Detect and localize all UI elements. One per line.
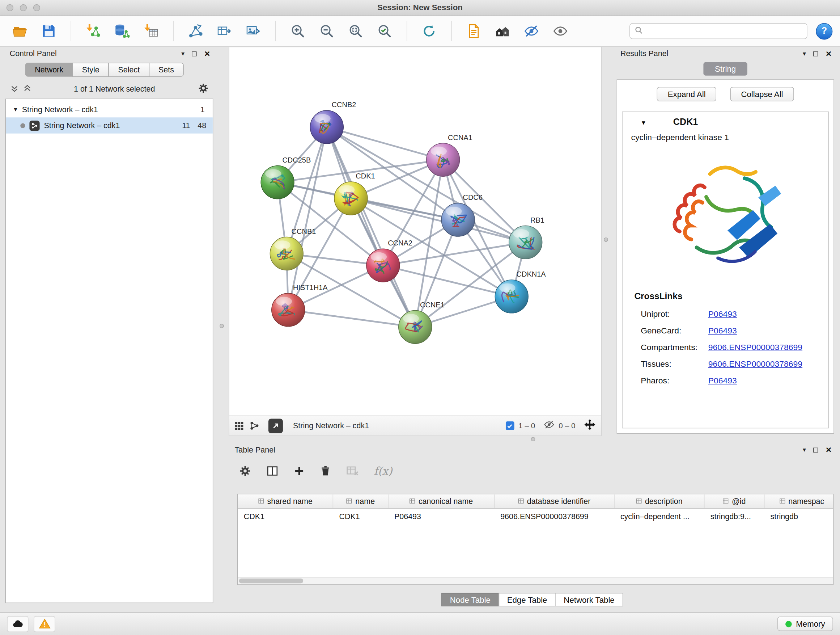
float-panel-icon[interactable]	[192, 51, 197, 56]
zoom-in-button[interactable]	[287, 20, 308, 42]
pan-tool-icon[interactable]	[584, 419, 596, 433]
network-row-selected[interactable]: String Network – cdk1 11 48	[6, 117, 213, 133]
import-network-file-button[interactable]	[83, 20, 103, 42]
network-edge[interactable]	[327, 127, 415, 327]
close-panel-icon[interactable]: ×	[204, 49, 210, 59]
hide-selected-button[interactable]	[521, 20, 542, 42]
home-view-button[interactable]	[493, 20, 513, 42]
network-node-CCNA1[interactable]: CCNA1	[426, 134, 472, 177]
crosslink-row: Tissues:9606.ENSP00000378699	[641, 356, 828, 372]
crosslink-value-link[interactable]: 9606.ENSP00000378699	[708, 359, 802, 369]
hidden-eye-icon[interactable]	[544, 419, 554, 432]
horizontal-scrollbar[interactable]	[238, 578, 833, 584]
collapse-panel-icon[interactable]: ▾	[803, 447, 806, 453]
show-columns-button[interactable]	[266, 464, 279, 477]
birdseye-view-icon[interactable]	[235, 421, 244, 430]
zoom-fit-button[interactable]	[346, 20, 366, 42]
selected-nodes-checkbox[interactable]	[506, 421, 515, 430]
network-node-CDC25B[interactable]: CDC25B	[261, 156, 311, 199]
node-label-CDC25B: CDC25B	[282, 156, 311, 164]
cloud-status-button[interactable]	[7, 616, 28, 632]
refresh-view-button[interactable]	[419, 20, 439, 42]
crosslink-value-link[interactable]: P06493	[708, 375, 737, 385]
tree-expander-icon[interactable]: ▾	[14, 106, 17, 113]
column-header-canonical-name[interactable]: canonical name	[388, 494, 494, 508]
import-table-file-button[interactable]	[141, 20, 161, 42]
network-node-HIST1H1A[interactable]: HIST1H1A	[272, 283, 328, 326]
table-settings-gear-button[interactable]	[239, 464, 251, 477]
search-input[interactable]	[646, 27, 802, 35]
search-box[interactable]	[630, 23, 807, 39]
crosslink-row: GeneCard:P06493	[641, 322, 828, 339]
column-header-database-identifier[interactable]: database identifier	[494, 494, 615, 508]
node-label-RB1: RB1	[531, 216, 545, 224]
delete-table-button-disabled[interactable]	[346, 464, 359, 477]
open-in-new-window-button[interactable]	[268, 418, 283, 433]
crosslink-value-link[interactable]: 9606.ENSP00000378699	[708, 342, 802, 352]
close-panel-icon[interactable]: ×	[826, 49, 832, 59]
open-session-button[interactable]	[10, 20, 30, 42]
collapse-all-networks-button[interactable]	[11, 84, 19, 93]
float-panel-icon[interactable]	[813, 51, 818, 56]
create-column-button[interactable]	[294, 465, 305, 477]
collapse-panel-icon[interactable]: ▾	[181, 50, 185, 57]
network-collection-row[interactable]: ▾ String Network – cdk1 1	[6, 101, 213, 117]
import-network-database-button[interactable]	[112, 20, 133, 42]
gene-entry-header[interactable]: ▾ CDK1	[622, 112, 829, 133]
toolbar-separator	[451, 21, 452, 41]
delete-column-button[interactable]	[320, 465, 331, 477]
network-node-CCNB1[interactable]: CCNB1	[270, 227, 316, 271]
node-label-CCNA1: CCNA1	[448, 134, 472, 141]
network-edge[interactable]	[327, 127, 443, 160]
export-image-button[interactable]	[243, 20, 264, 42]
network-edge[interactable]	[288, 127, 327, 310]
tab-string[interactable]: String	[704, 62, 747, 75]
warnings-button[interactable]	[34, 616, 55, 632]
memory-button[interactable]: Memory	[777, 616, 833, 631]
new-network-button[interactable]	[185, 20, 205, 42]
column-header--id[interactable]: @id	[704, 494, 764, 508]
show-all-button[interactable]	[550, 20, 570, 42]
collapse-all-button[interactable]: Collapse All	[730, 87, 794, 101]
function-builder-button[interactable]: f(x)	[374, 464, 393, 477]
crosslink-value-link[interactable]: P06493	[708, 309, 737, 319]
save-session-button[interactable]	[39, 20, 59, 42]
help-button[interactable]: ?	[816, 23, 832, 40]
tab-network-table[interactable]: Network Table	[555, 593, 623, 606]
network-edge[interactable]	[288, 310, 415, 327]
tab-select[interactable]: Select	[109, 63, 149, 77]
column-header-shared-name[interactable]: shared name	[238, 494, 333, 508]
network-canvas[interactable]: CCNB2CCNA1CDC25BCDK1CDC6RB1CCNB1CCNA2CDK…	[229, 47, 601, 415]
network-graph-icon[interactable]	[249, 421, 259, 431]
splitter-handle[interactable]	[219, 324, 224, 328]
network-node-CDKN1A[interactable]: CDKN1A	[495, 270, 546, 313]
column-header-name[interactable]: name	[333, 494, 388, 508]
column-header-description[interactable]: description	[615, 494, 705, 508]
network-node-CCNB2[interactable]: CCNB2	[310, 101, 356, 144]
column-header-namespac[interactable]: namespac	[764, 494, 834, 508]
tab-network[interactable]: Network	[25, 63, 73, 77]
network-node-RB1[interactable]: RB1	[509, 216, 545, 259]
tab-node-table[interactable]: Node Table	[441, 593, 499, 606]
entry-expander-icon[interactable]: ▾	[642, 119, 645, 126]
tab-edge-table[interactable]: Edge Table	[499, 593, 556, 606]
crosslink-value-link[interactable]: P06493	[708, 326, 737, 336]
zoom-out-button[interactable]	[317, 20, 337, 42]
zoom-selected-button[interactable]	[374, 20, 395, 42]
float-panel-icon[interactable]	[813, 448, 818, 452]
tab-sets[interactable]: Sets	[149, 63, 183, 77]
splitter-handle[interactable]	[604, 238, 608, 242]
current-network-name: String Network – cdk1	[293, 421, 369, 430]
network-options-gear-button[interactable]	[197, 82, 209, 96]
table-row[interactable]: CDK1CDK1P064939606.ENSP00000378699cyclin…	[238, 509, 833, 523]
export-table-button[interactable]	[214, 20, 234, 42]
collapse-panel-icon[interactable]: ▾	[803, 50, 806, 57]
expand-all-button[interactable]: Expand All	[657, 87, 716, 101]
scrollbar-thumb[interactable]	[239, 578, 303, 583]
splitter-handle[interactable]	[531, 437, 535, 441]
close-panel-icon[interactable]: ×	[826, 445, 832, 455]
annotations-button[interactable]	[463, 20, 484, 42]
network-graph[interactable]: CCNB2CCNA1CDC25BCDK1CDC6RB1CCNB1CCNA2CDK…	[229, 47, 601, 415]
tab-style[interactable]: Style	[73, 63, 109, 77]
expand-all-networks-button[interactable]	[24, 84, 31, 93]
